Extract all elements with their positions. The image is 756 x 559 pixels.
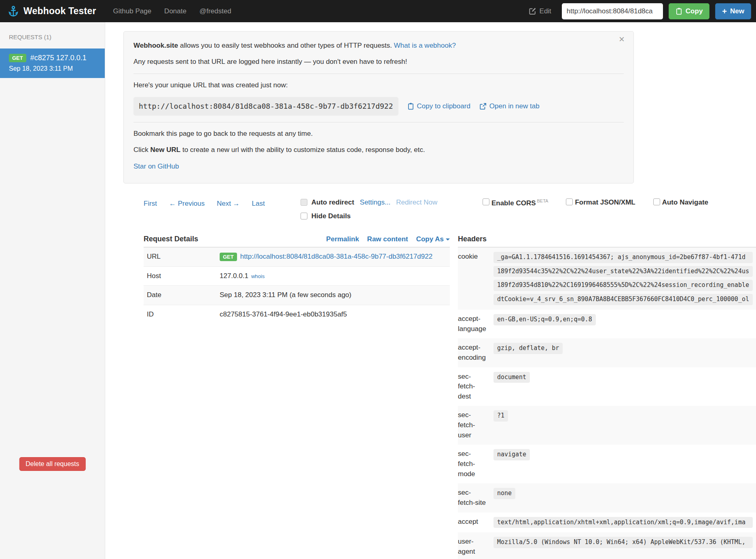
header-value-chip: navigate [493, 449, 530, 460]
close-icon[interactable]: × [616, 34, 627, 44]
table-row: user-agentMozilla/5.0 (Windows NT 10.0; … [458, 532, 756, 559]
controls-row: First← PreviousNext →Last Auto redirect … [144, 198, 756, 220]
settings-link[interactable]: Settings... [360, 198, 391, 207]
table-row: sec-fetch-sitenone [458, 483, 756, 512]
detail-label: URL [144, 247, 216, 266]
header-label: accept-language [458, 310, 490, 338]
header-value-chip: document [493, 372, 530, 383]
permalink-link[interactable]: Permalink [326, 235, 359, 243]
header-value: text/html,application/xhtml+xml,applicat… [490, 513, 756, 533]
detail-value: GEThttp://localhost:8084/81d8ca08-381a-4… [216, 247, 450, 266]
edit-icon [529, 7, 536, 15]
sidebar: REQUESTS (1) GET #c8275 127.0.0.1 Sep 18… [0, 22, 105, 559]
header-value-chip: 189f2d9354d810%22%2C1691996468555%5D%2C%… [493, 280, 753, 291]
nav-link-0[interactable]: Github Page [113, 7, 152, 15]
nav-link-2[interactable]: @fredsted [199, 7, 231, 15]
intro-panel: × Webhook.site allows you to easily test… [123, 31, 634, 184]
enable-cors-label: Enable CORSBETA [491, 198, 548, 207]
redirect-controls: Auto redirect Settings... Redirect Now H… [301, 198, 437, 220]
hide-details-checkbox[interactable] [301, 213, 307, 219]
headers-heading: Headers [458, 235, 487, 243]
header-value: _ga=GA1.1.1784641516.1691454367; ajs_ano… [490, 247, 756, 310]
request-details-section: Request Details Permalink Raw content Co… [144, 235, 450, 559]
bookmark-line: Bookmark this page to go back to the req… [133, 129, 624, 139]
header-value: none [490, 483, 756, 512]
pagination: First← PreviousNext →Last [144, 198, 265, 208]
copy-to-clipboard-link[interactable]: Copy to clipboard [407, 101, 470, 112]
header-label: user-agent [458, 532, 490, 559]
auto-navigate-label: Auto Navigate [662, 198, 708, 207]
webhook-url-input[interactable] [562, 3, 663, 19]
detail-value: c8275815-3761-4f94-9ee1-eb0b31935af5 [216, 305, 450, 324]
request-list-item[interactable]: GET #c8275 127.0.0.1 Sep 18, 2023 3:11 P… [0, 49, 105, 78]
unique-url-code: http://localhost:8084/81d8ca08-381a-458c… [133, 97, 398, 116]
open-in-new-tab-link[interactable]: Open in new tab [479, 101, 540, 112]
request-details-table: URLGEThttp://localhost:8084/81d8ca08-381… [144, 247, 450, 324]
clipboard-icon [676, 7, 682, 15]
redirect-now-link[interactable]: Redirect Now [396, 198, 437, 207]
header-label: sec-fetch-site [458, 483, 490, 512]
new-url-button[interactable]: + New [715, 3, 751, 19]
edit-label: Edit [540, 7, 551, 15]
detail-value-text: c8275815-3761-4f94-9ee1-eb0b31935af5 [220, 310, 347, 318]
enable-cors-checkbox[interactable] [483, 198, 489, 205]
intro-line1: Webhook.site allows you to easily test w… [133, 40, 624, 51]
pagination-link-2[interactable]: Next → [217, 200, 240, 208]
what-is-webhook-link[interactable]: What is a webhook? [394, 42, 456, 49]
header-label: cookie [458, 247, 490, 310]
header-value: ?1 [490, 406, 756, 445]
divider [133, 74, 624, 74]
pagination-link-3[interactable]: Last [252, 200, 265, 208]
brand[interactable]: Webhook Tester [7, 5, 96, 17]
anchor-icon [7, 5, 19, 17]
header-label: sec-fetch-user [458, 406, 490, 445]
copy-url-button[interactable]: Copy [669, 3, 710, 19]
header-value: navigate [490, 445, 756, 483]
navbar: Webhook Tester Github PageDonate@fredste… [0, 0, 756, 22]
header-label: sec-fetch-dest [458, 367, 490, 406]
format-json-xml-label: Format JSON/XML [575, 198, 635, 207]
star-on-github-link[interactable]: Star on GitHub [133, 162, 179, 170]
nav-links: Github PageDonate@fredsted [113, 7, 231, 15]
table-row: accepttext/html,application/xhtml+xml,ap… [458, 513, 756, 533]
auto-navigate-checkbox[interactable] [653, 198, 660, 205]
requests-heading: REQUESTS (1) [0, 22, 105, 49]
detail-label: ID [144, 305, 216, 324]
detail-value-text: Sep 18, 2023 3:11 PM (a few seconds ago) [220, 291, 352, 299]
plus-icon: + [722, 7, 727, 15]
header-value-chip: 189f2d93544c35%22%2C%22%24user_state%22%… [493, 266, 753, 277]
copy-as-dropdown[interactable]: Copy As [416, 235, 450, 243]
request-url-link[interactable]: http://localhost:8084/81d8ca08-381a-458c… [240, 253, 432, 260]
header-label: accept-encoding [458, 338, 490, 367]
new-url-hint: Click New URL to create a new url with t… [133, 145, 624, 155]
table-row: sec-fetch-modenavigate [458, 445, 756, 483]
header-value-chip: text/html,application/xhtml+xml,applicat… [493, 517, 753, 528]
divider [133, 122, 624, 122]
nav-link-1[interactable]: Donate [164, 7, 186, 15]
table-row: sec-fetch-user?1 [458, 406, 756, 445]
request-timestamp: Sep 18, 2023 3:11 PM [9, 65, 96, 72]
header-value-chip: ?1 [493, 410, 508, 422]
header-label: sec-fetch-mode [458, 445, 490, 483]
header-value: gzip, deflate, br [490, 338, 756, 367]
toggle-controls: Enable CORSBETA Format JSON/XML Auto Nav… [483, 198, 708, 207]
table-row: sec-fetch-destdocument [458, 367, 756, 406]
format-json-xml-checkbox[interactable] [566, 198, 573, 205]
table-row: Host127.0.0.1whois [144, 266, 450, 286]
header-value-chip: gzip, deflate, br [493, 343, 563, 354]
edit-button[interactable]: Edit [529, 7, 551, 15]
navbar-right: Edit Copy + New [529, 3, 751, 19]
header-value-chip: en-GB,en-US;q=0.9,en;q=0.8 [493, 314, 596, 325]
delete-all-requests-button[interactable]: Delete all requests [19, 457, 86, 471]
hide-details-label: Hide Details [311, 212, 351, 220]
auto-redirect-checkbox[interactable] [301, 199, 307, 206]
headers-table: cookie_ga=GA1.1.1784641516.1691454367; a… [458, 247, 756, 559]
main-content: × Webhook.site allows you to easily test… [105, 22, 756, 559]
pagination-link-0[interactable]: First [144, 200, 157, 208]
whois-link[interactable]: whois [251, 273, 265, 279]
raw-content-link[interactable]: Raw content [367, 235, 408, 243]
table-row: IDc8275815-3761-4f94-9ee1-eb0b31935af5 [144, 305, 450, 324]
pagination-link-1[interactable]: ← Previous [169, 200, 205, 208]
beta-badge: BETA [537, 198, 548, 203]
clipboard-icon [407, 102, 414, 110]
